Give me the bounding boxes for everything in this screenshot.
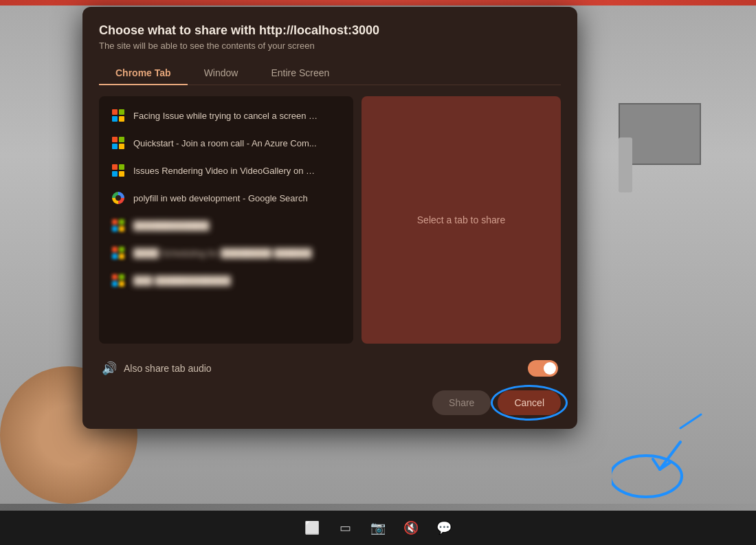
redacted-icon-6 bbox=[111, 246, 125, 260]
share-button[interactable]: Share bbox=[432, 390, 491, 415]
tab-item-4[interactable]: polyfill in web development - Google Sea… bbox=[102, 184, 351, 212]
microsoft-icon-2 bbox=[111, 136, 125, 150]
tab-label-2: Quickstart - Join a room call - An Azure… bbox=[133, 138, 317, 148]
buttons-row: Share Cancel bbox=[99, 390, 561, 415]
tab-label-1: Facing Issue while trying to cancel a sc… bbox=[133, 111, 319, 121]
google-icon bbox=[111, 191, 125, 205]
tab-label-3: Issues Rendering Video in VideoGallery o… bbox=[133, 166, 319, 176]
cancel-annotation: Cancel bbox=[498, 390, 561, 415]
tab-label-5: ████████████ bbox=[133, 221, 210, 231]
audio-toggle[interactable] bbox=[528, 360, 558, 377]
share-dialog: Choose what to share with http://localho… bbox=[82, 7, 577, 429]
tab-item-1[interactable]: Facing Issue while trying to cancel a sc… bbox=[102, 102, 351, 129]
tab-window[interactable]: Window bbox=[188, 62, 255, 85]
tab-list-panel[interactable]: Facing Issue while trying to cancel a sc… bbox=[99, 96, 353, 344]
preview-panel: Select a tab to share bbox=[362, 96, 561, 344]
tab-label-6: ████ Scheduling for ████████ ██████ bbox=[133, 248, 312, 258]
tab-item-6[interactable]: ████ Scheduling for ████████ ██████ bbox=[102, 239, 351, 267]
tab-entire-screen[interactable]: Entire Screen bbox=[254, 62, 346, 85]
tab-label-7: ███ ████████████ bbox=[133, 276, 231, 286]
tab-item-2[interactable]: Quickstart - Join a room call - An Azure… bbox=[102, 129, 351, 157]
tab-item-5[interactable]: ████████████ bbox=[102, 212, 351, 239]
dialog-title: Choose what to share with http://localho… bbox=[99, 23, 561, 38]
tab-bar: Chrome Tab Window Entire Screen bbox=[99, 62, 561, 85]
microsoft-icon-1 bbox=[111, 109, 125, 122]
tab-chrome[interactable]: Chrome Tab bbox=[99, 62, 188, 85]
redacted-icon-5 bbox=[111, 219, 125, 232]
tab-item-3[interactable]: Issues Rendering Video in VideoGallery o… bbox=[102, 157, 351, 184]
redacted-icon-7 bbox=[111, 274, 125, 287]
dialog-overlay: Choose what to share with http://localho… bbox=[0, 0, 756, 545]
audio-label: Also share tab audio bbox=[124, 363, 521, 374]
preview-text: Select a tab to share bbox=[417, 214, 505, 225]
audio-icon: 🔊 bbox=[102, 361, 117, 376]
cancel-button[interactable]: Cancel bbox=[498, 390, 561, 415]
content-area: Facing Issue while trying to cancel a sc… bbox=[99, 96, 561, 344]
tab-label-4: polyfill in web development - Google Sea… bbox=[133, 193, 308, 203]
microsoft-icon-3 bbox=[111, 164, 125, 177]
audio-row: 🔊 Also share tab audio bbox=[99, 355, 561, 382]
tab-item-7[interactable]: ███ ████████████ bbox=[102, 267, 351, 294]
dialog-subtitle: The site will be able to see the content… bbox=[99, 41, 561, 51]
